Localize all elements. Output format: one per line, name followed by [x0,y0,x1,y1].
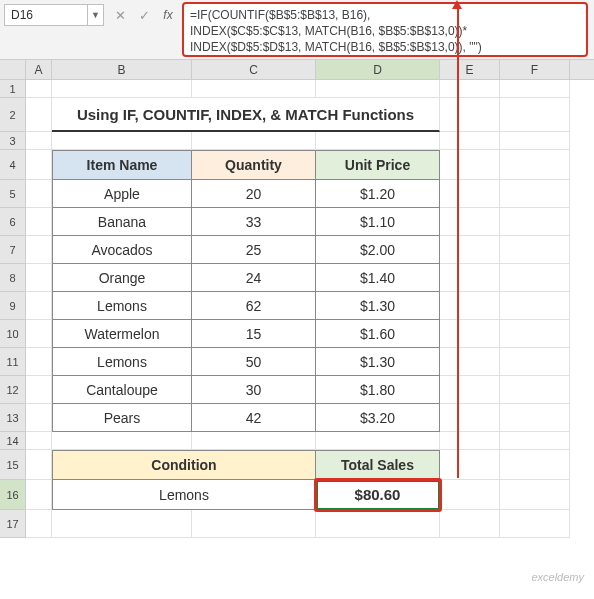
cell[interactable] [440,450,500,480]
row-header[interactable]: 15 [0,450,26,480]
table-cell-price[interactable]: $3.20 [316,404,440,432]
cell[interactable] [26,208,52,236]
col-header-d[interactable]: D [316,60,440,79]
cell[interactable] [500,450,570,480]
cell[interactable] [26,480,52,510]
row-header[interactable]: 4 [0,150,26,180]
table-cell-qty[interactable]: 24 [192,264,316,292]
table-cell-item[interactable]: Watermelon [52,320,192,348]
table-cell-item[interactable]: Cantaloupe [52,376,192,404]
cell[interactable] [192,132,316,150]
row-header[interactable]: 12 [0,376,26,404]
cell[interactable] [500,236,570,264]
cell[interactable] [440,98,500,132]
cell[interactable] [500,80,570,98]
name-box-dropdown[interactable]: ▼ [88,4,104,26]
table-cell-qty[interactable]: 50 [192,348,316,376]
cell[interactable] [500,292,570,320]
cell[interactable] [500,208,570,236]
table-cell-qty[interactable]: 25 [192,236,316,264]
cell[interactable] [52,432,192,450]
row-header[interactable]: 10 [0,320,26,348]
fx-icon[interactable]: fx [160,4,176,26]
cell[interactable] [440,292,500,320]
table-cell-qty[interactable]: 33 [192,208,316,236]
total-sales-value[interactable]: $80.60 [316,480,440,510]
cell[interactable] [26,264,52,292]
table-cell-item[interactable]: Banana [52,208,192,236]
cell[interactable] [440,404,500,432]
cell[interactable] [500,320,570,348]
cell[interactable] [500,480,570,510]
cell[interactable] [500,180,570,208]
cell[interactable] [500,404,570,432]
cell[interactable] [440,320,500,348]
cell[interactable] [192,80,316,98]
table-cell-price[interactable]: $2.00 [316,236,440,264]
table-cell-price[interactable]: $1.30 [316,292,440,320]
cell[interactable] [440,80,500,98]
cell[interactable] [26,150,52,180]
cell[interactable] [52,132,192,150]
table-cell-qty[interactable]: 20 [192,180,316,208]
cell[interactable] [500,150,570,180]
table-cell-price[interactable]: $1.10 [316,208,440,236]
col-header-b[interactable]: B [52,60,192,79]
cell[interactable] [26,180,52,208]
table-cell-item[interactable]: Lemons [52,292,192,320]
cancel-icon[interactable]: ✕ [112,4,128,26]
cell[interactable] [52,510,192,538]
cell[interactable] [440,180,500,208]
cell[interactable] [440,348,500,376]
cell[interactable] [440,480,500,510]
table-cell-item[interactable]: Lemons [52,348,192,376]
cell[interactable] [26,236,52,264]
formula-bar[interactable]: =IF(COUNTIF($B$5:$B$13, B16), INDEX($C$5… [182,2,588,57]
cell[interactable] [440,208,500,236]
cell[interactable] [26,132,52,150]
cell[interactable] [26,98,52,132]
col-header-e[interactable]: E [440,60,500,79]
cell[interactable] [26,292,52,320]
cell[interactable] [440,376,500,404]
row-header[interactable]: 7 [0,236,26,264]
cell[interactable] [440,432,500,450]
table-cell-item[interactable]: Apple [52,180,192,208]
col-header-c[interactable]: C [192,60,316,79]
name-box[interactable]: D16 [4,4,88,26]
cell[interactable] [26,80,52,98]
cell[interactable] [192,510,316,538]
table-cell-price[interactable]: $1.30 [316,348,440,376]
row-header[interactable]: 3 [0,132,26,150]
cell[interactable] [26,450,52,480]
cell[interactable] [500,510,570,538]
cell[interactable] [192,432,316,450]
cell[interactable] [500,432,570,450]
row-header[interactable]: 5 [0,180,26,208]
row-header[interactable]: 13 [0,404,26,432]
table-cell-qty[interactable]: 30 [192,376,316,404]
cell[interactable] [316,510,440,538]
col-header-a[interactable]: A [26,60,52,79]
row-header[interactable]: 11 [0,348,26,376]
table-cell-item[interactable]: Avocados [52,236,192,264]
cell[interactable] [316,80,440,98]
row-header[interactable]: 2 [0,98,26,132]
spreadsheet-grid[interactable]: 1 2 Using IF, COUNTIF, INDEX, & MATCH Fu… [0,80,594,538]
condition-value[interactable]: Lemons [52,480,316,510]
cell[interactable] [26,376,52,404]
col-header-f[interactable]: F [500,60,570,79]
table-cell-qty[interactable]: 15 [192,320,316,348]
cell[interactable] [440,264,500,292]
cell[interactable] [26,432,52,450]
table-cell-price[interactable]: $1.40 [316,264,440,292]
cell[interactable] [316,432,440,450]
table-cell-price[interactable]: $1.60 [316,320,440,348]
cell[interactable] [316,132,440,150]
accept-icon[interactable]: ✓ [136,4,152,26]
cell[interactable] [500,348,570,376]
table-cell-price[interactable]: $1.20 [316,180,440,208]
row-header[interactable]: 16 [0,480,26,510]
table-cell-item[interactable]: Orange [52,264,192,292]
cell[interactable] [26,320,52,348]
